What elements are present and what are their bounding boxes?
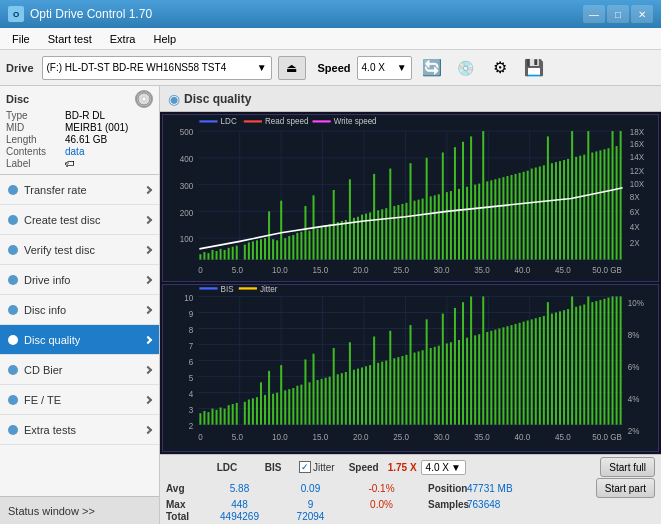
nav-label-fe-te: FE / TE (24, 394, 61, 406)
svg-rect-118 (502, 177, 504, 259)
sidebar-item-extra-tests[interactable]: Extra tests (0, 415, 159, 445)
svg-rect-140 (591, 152, 593, 259)
svg-text:4%: 4% (628, 393, 640, 404)
sidebar-item-fe-te[interactable]: FE / TE (0, 385, 159, 415)
nav-arrow (144, 215, 152, 223)
svg-rect-231 (333, 348, 335, 425)
svg-text:100: 100 (180, 234, 194, 244)
close-button[interactable]: ✕ (631, 5, 653, 23)
svg-text:14X: 14X (630, 152, 645, 162)
jitter-checkbox[interactable]: ✓ Jitter (299, 461, 335, 473)
charts-wrapper: 500 400 300 200 100 18X 16X 14X 12X 10X … (160, 112, 661, 454)
svg-text:LDC: LDC (221, 115, 237, 125)
svg-text:10.0: 10.0 (272, 431, 288, 442)
svg-rect-134 (567, 159, 569, 260)
svg-text:0: 0 (198, 265, 203, 275)
svg-text:500: 500 (180, 127, 194, 137)
settings-button[interactable]: ⚙ (486, 54, 514, 82)
svg-text:2%: 2% (628, 425, 640, 436)
svg-rect-216 (272, 394, 274, 425)
svg-rect-133 (563, 160, 565, 260)
disc-button[interactable]: 💿 (452, 54, 480, 82)
drive-select-arrow: ▼ (257, 62, 267, 73)
svg-rect-114 (486, 181, 488, 259)
jitter-check-box[interactable]: ✓ (299, 461, 311, 473)
svg-rect-235 (349, 342, 351, 424)
eject-button[interactable]: ⏏ (278, 56, 306, 80)
save-button[interactable]: 💾 (520, 54, 548, 82)
svg-rect-203 (216, 410, 218, 425)
svg-rect-125 (531, 169, 533, 260)
svg-rect-250 (409, 325, 411, 425)
svg-point-1 (142, 97, 146, 101)
sidebar-item-verify-test-disc[interactable]: Verify test disc (0, 235, 159, 265)
svg-rect-208 (236, 403, 238, 425)
minimize-button[interactable]: — (583, 5, 605, 23)
svg-rect-223 (300, 385, 302, 425)
svg-rect-70 (308, 231, 310, 260)
start-part-button[interactable]: Start part (596, 478, 655, 498)
menu-start-test[interactable]: Start test (40, 31, 100, 47)
svg-rect-272 (498, 329, 500, 425)
svg-rect-227 (317, 380, 319, 425)
svg-rect-55 (248, 242, 250, 259)
svg-rect-200 (203, 411, 205, 425)
svg-rect-288 (563, 310, 565, 424)
sidebar-item-create-test-disc[interactable]: Create test disc (0, 205, 159, 235)
svg-rect-236 (353, 370, 355, 425)
nav-label-verify-test-disc: Verify test disc (24, 244, 95, 256)
svg-rect-264 (466, 338, 468, 425)
svg-text:35.0: 35.0 (474, 265, 490, 275)
svg-rect-305 (239, 287, 257, 289)
samples-value: 763648 (467, 499, 500, 510)
svg-rect-232 (337, 374, 339, 424)
sidebar-item-drive-info[interactable]: Drive info (0, 265, 159, 295)
svg-rect-67 (296, 233, 298, 260)
svg-rect-248 (401, 356, 403, 425)
menu-extra[interactable]: Extra (102, 31, 144, 47)
svg-rect-96 (414, 201, 416, 260)
sidebar-item-disc-info[interactable]: Disc info (0, 295, 159, 325)
speed-select[interactable]: 4.0 X ▼ (357, 56, 412, 80)
svg-rect-273 (502, 327, 504, 424)
disc-panel-title: Disc (6, 93, 29, 105)
svg-rect-303 (199, 287, 217, 289)
svg-text:40.0: 40.0 (515, 431, 531, 442)
drive-select[interactable]: (F:) HL-DT-ST BD-RE WH16NS58 TST4 ▼ (42, 56, 272, 80)
svg-rect-142 (599, 150, 601, 259)
svg-rect-77 (337, 222, 339, 259)
svg-rect-95 (409, 163, 411, 259)
svg-rect-53 (236, 246, 238, 260)
refresh-button[interactable]: 🔄 (418, 54, 446, 82)
menu-file[interactable]: File (4, 31, 38, 47)
svg-text:BIS: BIS (221, 285, 234, 294)
svg-rect-122 (519, 173, 521, 260)
svg-rect-249 (405, 355, 407, 425)
sidebar-item-cd-bier[interactable]: CD Bier (0, 355, 159, 385)
svg-text:10: 10 (184, 293, 193, 304)
sidebar-item-transfer-rate[interactable]: Transfer rate (0, 175, 159, 205)
maximize-button[interactable]: □ (607, 5, 629, 23)
speed-dropdown[interactable]: 4.0 X ▼ (421, 460, 466, 475)
menu-help[interactable]: Help (145, 31, 184, 47)
svg-rect-215 (268, 371, 270, 425)
ldc-chart-svg: 500 400 300 200 100 18X 16X 14X 12X 10X … (163, 115, 658, 281)
svg-rect-98 (422, 199, 424, 260)
svg-rect-145 (612, 131, 614, 260)
svg-rect-75 (329, 224, 331, 259)
sidebar-item-disc-quality[interactable]: Disc quality (0, 325, 159, 355)
nav-arrow (144, 275, 152, 283)
speed-label: Speed (318, 62, 351, 74)
svg-rect-101 (434, 195, 436, 259)
menu-bar: File Start test Extra Help (0, 28, 661, 50)
disc-contents-value: data (65, 146, 84, 157)
svg-rect-150 (244, 120, 262, 122)
svg-rect-74 (325, 225, 327, 259)
disc-panel: Disc Type BD-R DL MID MEIRB1 (001) Lengt… (0, 86, 159, 175)
start-full-button[interactable]: Start full (600, 457, 655, 477)
speed-dropdown-arrow: ▼ (451, 462, 461, 473)
speed-value: 4.0 X (362, 62, 385, 73)
svg-rect-79 (345, 220, 347, 260)
status-window-button[interactable]: Status window >> (0, 496, 159, 524)
svg-text:15.0: 15.0 (313, 265, 329, 275)
